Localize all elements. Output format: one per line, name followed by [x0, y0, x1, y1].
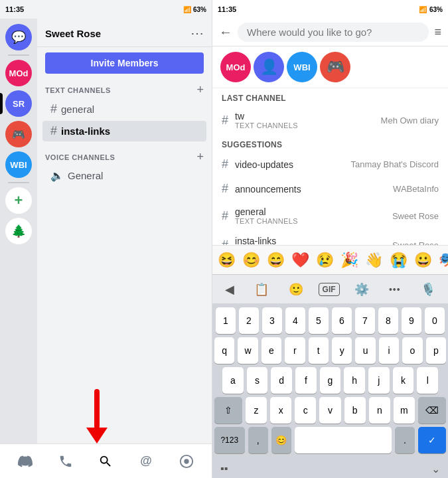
- emoji-cry[interactable]: 😢: [313, 250, 336, 270]
- kb-key-d[interactable]: d: [271, 367, 292, 394]
- kb-key-v[interactable]: v: [319, 397, 340, 424]
- server-icon-s3[interactable]: 🎮: [5, 121, 32, 147]
- kb-key-h[interactable]: h: [344, 367, 365, 394]
- avatar-user[interactable]: 👤: [254, 52, 284, 82]
- kb-key-4[interactable]: 4: [285, 307, 305, 334]
- kb-key-s[interactable]: s: [247, 367, 268, 394]
- kb-key-i[interactable]: i: [379, 337, 399, 364]
- voice-channels-section-header[interactable]: VOICE CHANNELS +: [37, 146, 212, 165]
- results-area: LAST CHANNEL # tw TEXT CHANNELS Meh Own …: [212, 88, 448, 245]
- server-icon-tree[interactable]: 🌲: [5, 218, 32, 244]
- add-text-channel-icon[interactable]: +: [196, 83, 204, 97]
- avatar-mod[interactable]: MOd: [220, 52, 251, 82]
- emoji-smile[interactable]: 😊: [240, 250, 263, 270]
- kb-key-b[interactable]: b: [344, 397, 366, 424]
- suggestion-general[interactable]: # general TEXT CHANNELS Sweet Rose: [212, 201, 448, 230]
- kb-key-m[interactable]: m: [394, 397, 415, 424]
- kb-mic-btn[interactable]: 🎙️: [415, 279, 441, 299]
- kb-key-0[interactable]: 0: [425, 307, 445, 334]
- kb-key-7[interactable]: 7: [355, 307, 375, 334]
- kb-key-8[interactable]: 8: [378, 307, 398, 334]
- suggestion-video-updates[interactable]: # video-updates Tanmay Bhat's Discord: [212, 152, 448, 177]
- kb-key-l[interactable]: l: [417, 367, 438, 394]
- kb-emoji-btn[interactable]: 🙂: [283, 279, 309, 299]
- kb-key-5[interactable]: 5: [309, 307, 329, 334]
- kb-key-c[interactable]: c: [295, 397, 316, 424]
- server-options-icon[interactable]: ⋯: [190, 25, 204, 41]
- keyboard-toggle-icon[interactable]: ▪▪: [220, 463, 228, 475]
- kb-space-key[interactable]: [295, 427, 392, 453]
- kb-key-f[interactable]: f: [295, 367, 317, 394]
- nav-discord[interactable]: [9, 448, 41, 475]
- kb-key-x[interactable]: x: [270, 397, 291, 424]
- emoji-laughing[interactable]: 😆: [215, 250, 238, 270]
- nav-mentions[interactable]: @: [130, 448, 162, 475]
- nav-server[interactable]: [171, 448, 202, 475]
- kb-key-u[interactable]: u: [355, 337, 375, 364]
- kb-key-r[interactable]: r: [285, 337, 305, 364]
- kb-comma-key[interactable]: ,: [248, 427, 268, 453]
- emoji-sob[interactable]: 😭: [387, 250, 410, 270]
- emoji-heart[interactable]: ❤️: [289, 250, 312, 270]
- kb-gif-btn[interactable]: GIF: [319, 283, 340, 296]
- emoji-grin[interactable]: 😄: [264, 250, 287, 270]
- kb-key-k[interactable]: k: [393, 367, 414, 394]
- server-icon-add[interactable]: +: [5, 187, 32, 214]
- kb-key-a[interactable]: a: [222, 367, 244, 394]
- kb-key-z[interactable]: z: [246, 397, 267, 424]
- kb-more-btn[interactable]: •••: [384, 281, 406, 297]
- server-icon-mod[interactable]: MOd: [5, 60, 32, 86]
- kb-sym-key[interactable]: ?123: [214, 427, 245, 453]
- kb-emoji-key[interactable]: 😊: [271, 427, 291, 453]
- kb-key-o[interactable]: o: [402, 337, 422, 364]
- kb-period-key[interactable]: .: [395, 427, 415, 453]
- channel-general[interactable]: # general: [42, 99, 206, 120]
- kb-key-j[interactable]: j: [368, 367, 390, 394]
- kb-key-9[interactable]: 9: [402, 307, 421, 334]
- kb-enter-key[interactable]: ✓: [418, 427, 446, 453]
- kb-key-2[interactable]: 2: [239, 307, 259, 334]
- server-icon-sr[interactable]: SR: [5, 90, 32, 117]
- suggestion-insta-links[interactable]: # insta-links TEXT CHANNELS Sweet Rose: [212, 230, 448, 245]
- add-voice-channel-icon[interactable]: +: [196, 150, 204, 164]
- avatar-wbi[interactable]: WBI: [287, 52, 317, 82]
- voice-channel-general[interactable]: 🔈 General: [42, 166, 206, 185]
- avatar-gaming[interactable]: 🎮: [320, 52, 350, 82]
- back-button[interactable]: ←: [219, 25, 232, 40]
- kb-key-y[interactable]: y: [332, 337, 352, 364]
- server-icon-wbi[interactable]: WBI: [5, 151, 32, 178]
- kb-key-6[interactable]: 6: [332, 307, 352, 334]
- nav-search[interactable]: [90, 448, 121, 475]
- search-input-wrap[interactable]: [238, 23, 429, 42]
- status-bar-right-panel: 11:35 📶 63%: [212, 0, 448, 19]
- kb-key-e[interactable]: e: [261, 337, 281, 364]
- kb-key-w[interactable]: w: [238, 337, 258, 364]
- last-channel-item[interactable]: # tw TEXT CHANNELS Meh Own diary: [212, 106, 448, 135]
- avatar-user-icon: 👤: [260, 58, 278, 76]
- kb-key-n[interactable]: n: [369, 397, 390, 424]
- invite-members-button[interactable]: Invite Members: [45, 52, 204, 74]
- kb-back-btn[interactable]: ◀: [220, 279, 240, 299]
- keyboard-dismiss-icon[interactable]: ⌄: [431, 463, 440, 475]
- kb-shift-key[interactable]: ⇧: [214, 397, 242, 424]
- kb-key-q[interactable]: q: [214, 337, 234, 364]
- kb-key-p[interactable]: p: [426, 337, 446, 364]
- channel-insta-links[interactable]: # insta-links: [42, 121, 206, 141]
- kb-key-3[interactable]: 3: [262, 307, 282, 334]
- kb-key-t[interactable]: t: [309, 337, 329, 364]
- nav-phone[interactable]: [50, 448, 82, 475]
- emoji-happy[interactable]: 😀: [411, 250, 435, 270]
- emoji-mask[interactable]: 🎭: [436, 250, 448, 270]
- kb-backspace-key[interactable]: ⌫: [418, 397, 446, 424]
- emoji-party[interactable]: 🎉: [338, 250, 361, 270]
- kb-settings-btn[interactable]: ⚙️: [349, 279, 374, 299]
- emoji-wave[interactable]: 👋: [362, 250, 386, 270]
- kb-key-1[interactable]: 1: [216, 307, 236, 334]
- kb-clipboard-btn[interactable]: 📋: [249, 279, 274, 299]
- suggestion-announcements[interactable]: # announcements WABetaInfo: [212, 177, 448, 201]
- filter-icon[interactable]: ≡: [434, 25, 441, 39]
- server-icon-dm[interactable]: 💬: [5, 24, 32, 50]
- search-input[interactable]: [247, 27, 419, 38]
- kb-key-g[interactable]: g: [320, 367, 341, 394]
- text-channels-section-header[interactable]: TEXT CHANNELS +: [37, 79, 212, 98]
